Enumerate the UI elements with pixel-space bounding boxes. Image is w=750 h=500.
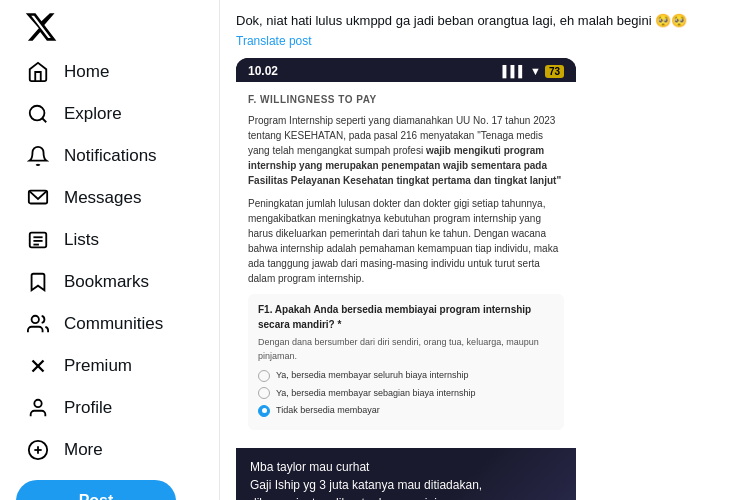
messages-label: Messages bbox=[64, 188, 141, 208]
messages-icon bbox=[26, 186, 50, 210]
bookmarks-icon bbox=[26, 270, 50, 294]
more-label: More bbox=[64, 440, 103, 460]
sidebar: Home Explore Notifications bbox=[0, 0, 220, 500]
explore-icon bbox=[26, 102, 50, 126]
radio-label-1: Ya, bersedia membayar seluruh biaya inte… bbox=[276, 369, 468, 383]
tweet-text: Dok, niat hati lulus ukmppd ga jadi beba… bbox=[236, 12, 734, 30]
profile-label: Profile bbox=[64, 398, 112, 418]
banner-line3: dikurangi, atau dibantu dengan pinjaman. bbox=[250, 494, 562, 500]
svg-point-0 bbox=[30, 106, 45, 121]
radio-circle-2 bbox=[258, 387, 270, 399]
sidebar-item-home[interactable]: Home bbox=[16, 52, 203, 92]
sidebar-item-explore[interactable]: Explore bbox=[16, 94, 203, 134]
radio-label-3: Tidak bersedia membayar bbox=[276, 404, 380, 418]
radio-circle-3 bbox=[258, 405, 270, 417]
post-button[interactable]: Post bbox=[16, 480, 176, 500]
communities-icon bbox=[26, 312, 50, 336]
banner-line1: Mba taylor mau curhat bbox=[250, 458, 562, 476]
notifications-label: Notifications bbox=[64, 146, 157, 166]
more-icon bbox=[26, 438, 50, 462]
section-title: F. WILLINGNESS TO PAY bbox=[248, 92, 564, 107]
bookmarks-label: Bookmarks bbox=[64, 272, 149, 292]
battery-badge: 73 bbox=[545, 65, 564, 78]
twitter-logo bbox=[24, 10, 58, 44]
translate-link[interactable]: Translate post bbox=[236, 34, 734, 48]
premium-label: Premium bbox=[64, 356, 132, 376]
home-label: Home bbox=[64, 62, 109, 82]
sidebar-item-messages[interactable]: Messages bbox=[16, 178, 203, 218]
sidebar-item-premium[interactable]: Premium bbox=[16, 346, 203, 386]
svg-point-7 bbox=[32, 316, 39, 323]
lists-label: Lists bbox=[64, 230, 99, 250]
profile-icon bbox=[26, 396, 50, 420]
sidebar-nav: Home Explore Notifications bbox=[16, 52, 203, 472]
banner-line2: Gaji Iship yg 3 juta katanya mau ditiada… bbox=[250, 476, 562, 494]
sidebar-item-bookmarks[interactable]: Bookmarks bbox=[16, 262, 203, 302]
lists-icon bbox=[26, 228, 50, 252]
sidebar-item-more[interactable]: More bbox=[16, 430, 203, 470]
body-paragraph-2: Peningkatan jumlah lulusan dokter dan do… bbox=[248, 196, 564, 286]
svg-point-10 bbox=[34, 400, 41, 407]
phone-status-right: ▌▌▌ ▼ 73 bbox=[503, 65, 564, 78]
phone-mockup: 10.02 ▌▌▌ ▼ 73 F. WILLINGNESS TO PAY Pro… bbox=[236, 58, 576, 500]
radio-circle-1 bbox=[258, 370, 270, 382]
wifi-icon: ▼ bbox=[530, 65, 541, 77]
phone-body: F. WILLINGNESS TO PAY Program Internship… bbox=[236, 82, 576, 448]
sidebar-item-lists[interactable]: Lists bbox=[16, 220, 203, 260]
sidebar-item-communities[interactable]: Communities bbox=[16, 304, 203, 344]
signal-icon: ▌▌▌ bbox=[503, 65, 526, 77]
question-section: F1. Apakah Anda bersedia membiayai progr… bbox=[248, 294, 564, 430]
phone-time: 10.02 bbox=[248, 64, 278, 78]
premium-icon bbox=[26, 354, 50, 378]
question-subtitle: Dengan dana bersumber dari diri sendiri,… bbox=[258, 336, 554, 363]
home-icon bbox=[26, 60, 50, 84]
svg-line-1 bbox=[42, 118, 46, 122]
explore-label: Explore bbox=[64, 104, 122, 124]
main-content: Dok, niat hati lulus ukmppd ga jadi beba… bbox=[220, 0, 750, 500]
radio-option-3[interactable]: Tidak bersedia membayar bbox=[258, 404, 554, 418]
notifications-icon bbox=[26, 144, 50, 168]
radio-option-2[interactable]: Ya, bersedia membayar sebagian biaya int… bbox=[258, 387, 554, 401]
radio-label-2: Ya, bersedia membayar sebagian biaya int… bbox=[276, 387, 475, 401]
sidebar-item-notifications[interactable]: Notifications bbox=[16, 136, 203, 176]
body-paragraph-1: Program Internship seperti yang diamanah… bbox=[248, 113, 564, 188]
phone-status-bar: 10.02 ▌▌▌ ▼ 73 bbox=[236, 58, 576, 82]
bottom-banner: Mba taylor mau curhat Gaji Iship yg 3 ju… bbox=[236, 448, 576, 500]
radio-option-1[interactable]: Ya, bersedia membayar seluruh biaya inte… bbox=[258, 369, 554, 383]
sidebar-item-profile[interactable]: Profile bbox=[16, 388, 203, 428]
communities-label: Communities bbox=[64, 314, 163, 334]
question-title: F1. Apakah Anda bersedia membiayai progr… bbox=[258, 302, 554, 332]
